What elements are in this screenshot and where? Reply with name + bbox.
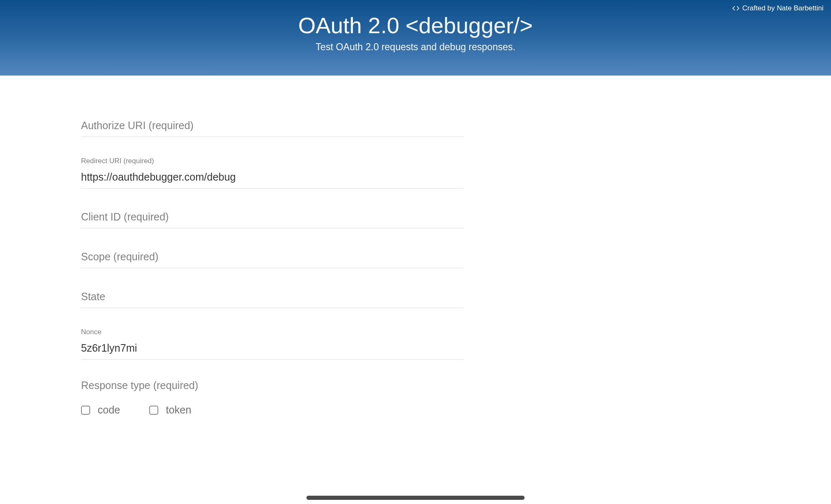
title-light-part: <debugger/> [406,13,533,38]
redirect-uri-input[interactable] [81,169,463,188]
nonce-label: Nonce [81,328,463,336]
page-title: OAuth 2.0 <debugger/> [0,12,831,38]
response-type-group: Response type (required) code token [81,379,463,416]
form-container: Redirect URI (required) Nonce Response t… [81,76,463,416]
response-type-token-checkbox[interactable] [149,406,158,415]
authorize-uri-group [81,117,463,137]
page-header: Crafted by Nate Barbettini OAuth 2.0 <de… [0,0,831,76]
title-bold-part: OAuth 2.0 [298,13,406,38]
client-id-input[interactable] [81,208,463,228]
response-type-token-label[interactable]: token [166,404,191,416]
response-type-options: code token [81,404,463,416]
credit-link[interactable]: Crafted by Nate Barbettini [732,4,824,12]
response-type-code-checkbox[interactable] [81,406,90,415]
page-subtitle: Test OAuth 2.0 requests and debug respon… [0,42,831,53]
nonce-input[interactable] [81,340,463,360]
scroll-indicator[interactable] [307,496,525,500]
code-icon [732,5,740,12]
response-type-code-item: code [81,404,120,416]
nonce-group: Nonce [81,328,463,360]
scope-group [81,248,463,268]
response-type-token-item: token [149,404,191,416]
response-type-label: Response type (required) [81,379,463,391]
state-input[interactable] [81,288,463,308]
credit-text: Crafted by Nate Barbettini [742,4,824,12]
state-group [81,288,463,308]
redirect-uri-label: Redirect URI (required) [81,157,463,165]
authorize-uri-input[interactable] [81,117,463,137]
scope-input[interactable] [81,248,463,268]
redirect-uri-group: Redirect URI (required) [81,157,463,188]
client-id-group [81,208,463,228]
response-type-code-label[interactable]: code [98,404,120,416]
